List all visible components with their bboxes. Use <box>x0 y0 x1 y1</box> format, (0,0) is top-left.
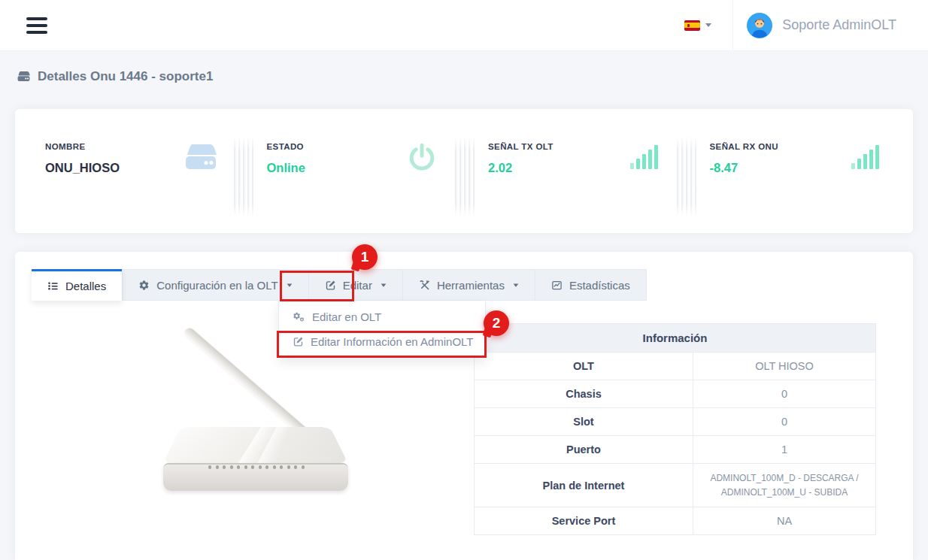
tab-configuracion-olt[interactable]: Configuración en la OLT <box>122 269 308 301</box>
row-label: Service Port <box>475 507 693 535</box>
stat-value: -8.47 <box>710 161 843 175</box>
stat-divider <box>455 136 475 217</box>
onu-status-card: NOMBRE ONU_HIOSO ESTADO Online SEÑ <box>15 109 913 233</box>
row-value: 0 <box>693 380 876 408</box>
informacion-table: Información OLT OLT HIOSO Chasis 0 Slot … <box>474 323 876 535</box>
tools-icon <box>419 280 430 291</box>
power-icon <box>399 142 444 172</box>
tab-editar[interactable]: Editar <box>309 269 403 301</box>
caret-down-icon <box>287 283 292 286</box>
stat-label: SEÑAL TX OLT <box>488 142 621 151</box>
tab-label: Configuración en la OLT <box>156 279 277 292</box>
row-value: 0 <box>693 408 876 436</box>
caret-down-icon <box>381 283 386 286</box>
router-led-row <box>208 465 305 469</box>
row-label: OLT <box>475 353 693 380</box>
cogs-icon <box>293 311 305 322</box>
router-icon <box>178 142 223 172</box>
onu-device-icon <box>17 71 31 83</box>
list-icon <box>47 280 59 292</box>
menu-item-label: Editar en OLT <box>312 310 381 323</box>
row-label: Puerto <box>475 436 693 464</box>
avatar <box>747 13 772 38</box>
router-top-face <box>163 427 348 464</box>
top-navbar: Soporte AdminOLT <box>0 0 928 51</box>
table-header: Información <box>475 324 876 353</box>
caret-down-icon <box>705 23 711 27</box>
table-row: OLT OLT HIOSO <box>475 353 876 380</box>
tab-estadisticas[interactable]: Estadísticas <box>535 269 647 301</box>
menu-item-editar-en-olt[interactable]: Editar en OLT <box>279 304 485 329</box>
tab-label: Estadísticas <box>569 279 630 292</box>
tab-label: Editar <box>343 279 372 292</box>
language-selector[interactable] <box>663 20 732 31</box>
stat-value: ONU_HIOSO <box>45 161 178 175</box>
table-row: Puerto 1 <box>475 436 876 464</box>
user-menu[interactable]: Soporte AdminOLT <box>733 13 928 38</box>
stat-senal-tx-olt: SEÑAL TX OLT 2.02 <box>488 142 677 233</box>
row-value: ADMINOLT_100M_D - DESCARGA / ADMINOLT_10… <box>693 464 876 507</box>
table-row: Plan de Internet ADMINOLT_100M_D - DESCA… <box>475 464 876 507</box>
caret-down-icon <box>514 283 519 286</box>
editar-dropdown-menu: Editar en OLT Editar Información en Admi… <box>278 301 486 358</box>
tab-label: Detalles <box>65 280 106 292</box>
chart-icon <box>551 280 563 291</box>
annotation-step-1-badge: 1 <box>352 244 378 270</box>
tab-label: Herramientas <box>437 279 505 292</box>
stat-nombre: NOMBRE ONU_HIOSO <box>45 142 234 233</box>
menu-item-editar-informacion-adminolt[interactable]: Editar Información en AdminOLT <box>279 329 485 354</box>
stat-estado: ESTADO Online <box>267 142 456 233</box>
table-row: Chasis 0 <box>475 380 876 408</box>
stat-senal-rx-onu: SEÑAL RX ONU -8.47 <box>710 142 899 233</box>
stat-label: ESTADO <box>267 142 400 151</box>
page-title: Detalles Onu 1446 - soporte1 <box>17 69 213 84</box>
stat-divider <box>234 136 253 217</box>
tab-detalles[interactable]: Detalles <box>32 269 122 301</box>
signal-bars-icon <box>842 142 887 172</box>
tab-herramientas[interactable]: Herramientas <box>403 269 535 301</box>
stat-value: Online <box>267 161 400 175</box>
row-label: Plan de Internet <box>475 464 693 507</box>
page-title-text: Detalles Onu 1446 - soporte1 <box>38 69 213 84</box>
spain-flag-icon <box>684 20 700 31</box>
router-front-face <box>163 463 348 491</box>
stat-label: SEÑAL RX ONU <box>710 142 843 151</box>
row-value: 1 <box>693 436 876 464</box>
tab-bar: Detalles Configuración en la OLT Editar <box>32 269 647 301</box>
hamburger-menu-icon[interactable] <box>26 14 47 38</box>
row-label: Chasis <box>475 380 693 408</box>
row-value: NA <box>693 507 876 535</box>
edit-icon <box>293 336 304 347</box>
user-name: Soporte AdminOLT <box>782 17 896 33</box>
stat-value: 2.02 <box>488 161 621 175</box>
stat-divider <box>677 136 696 217</box>
table-row: Slot 0 <box>475 408 876 436</box>
onu-details-panel: Detalles Configuración en la OLT Editar <box>15 252 913 560</box>
stat-label: NOMBRE <box>45 142 178 151</box>
annotation-step-2-badge: 2 <box>484 310 509 336</box>
edit-icon <box>325 280 336 291</box>
table-row: Service Port NA <box>475 507 876 535</box>
row-value: OLT HIOSO <box>693 353 876 380</box>
row-label: Slot <box>475 408 693 436</box>
gear-icon <box>138 280 150 291</box>
menu-item-label: Editar Información en AdminOLT <box>311 335 474 348</box>
signal-bars-icon <box>621 142 666 172</box>
